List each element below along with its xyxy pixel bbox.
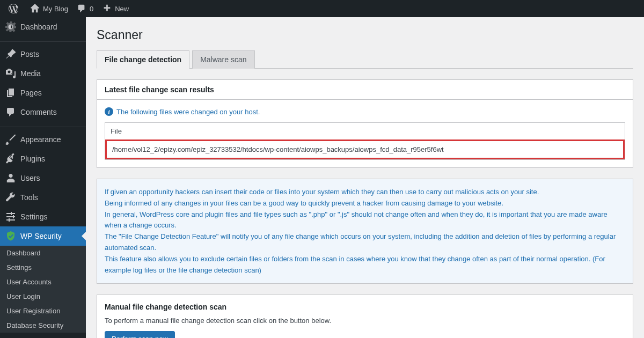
new-content-link[interactable]: New — [98, 0, 133, 17]
submenu-database-security[interactable]: Database Security — [0, 318, 86, 333]
user-icon — [5, 173, 16, 183]
comment-icon — [77, 4, 86, 13]
shield-icon — [5, 231, 16, 241]
wordpress-icon — [9, 4, 18, 13]
media-icon — [5, 68, 16, 79]
scan-results-body: i The following files were changed on yo… — [97, 100, 633, 167]
plug-icon — [5, 153, 16, 164]
info-line-5: This feature also allows you to exclude … — [105, 254, 625, 276]
sidebar-separator — [0, 39, 86, 42]
sidebar-item-wp-security[interactable]: WP Security — [0, 226, 86, 246]
sidebar-item-dashboard[interactable]: Dashboard — [0, 17, 86, 36]
sidebar-separator — [0, 124, 86, 127]
sidebar-label: Dashboard — [20, 23, 57, 31]
sidebar-item-tools[interactable]: Tools — [0, 188, 86, 207]
admin-sidebar: Dashboard Posts Media Pages Comments — [0, 17, 86, 338]
tab-malware-scan[interactable]: Malware scan — [192, 50, 254, 69]
sidebar-item-settings[interactable]: Settings — [0, 207, 86, 226]
page-icon — [5, 87, 16, 98]
info-line-1: If given an opportunity hackers can inse… — [105, 187, 625, 198]
wp-logo[interactable] — [4, 0, 26, 17]
sidebar-menu: Dashboard Posts Media Pages Comments — [0, 17, 86, 333]
comments-count-text: 0 — [90, 5, 93, 13]
info-line-3: In general, WordPress core and plugin fi… — [105, 209, 625, 232]
sidebar-label: Pages — [20, 89, 42, 97]
sidebar-label: Tools — [20, 193, 38, 202]
comments-link[interactable]: 0 — [72, 0, 98, 17]
sidebar-item-plugins[interactable]: Plugins — [0, 149, 86, 168]
file-table: File /home/vol12_2/epizy.com/epiz_327335… — [105, 122, 625, 160]
sidebar-label: Appearance — [20, 135, 61, 144]
sidebar-label: Plugins — [20, 155, 45, 163]
submenu-settings[interactable]: Settings — [0, 260, 86, 275]
sidebar-item-posts[interactable]: Posts — [0, 45, 86, 64]
wrench-icon — [5, 192, 16, 203]
scan-results-header: Latest file change scan results — [97, 80, 633, 100]
info-icon: i — [105, 107, 113, 116]
info-line-4: The "File Change Detection Feature" will… — [105, 231, 625, 254]
pin-icon — [5, 49, 16, 60]
sidebar-label: Users — [20, 174, 40, 182]
manual-scan-heading: Manual file change detection scan — [105, 303, 625, 311]
tab-file-change-detection[interactable]: File change detection — [97, 50, 189, 69]
sidebar-item-appearance[interactable]: Appearance — [0, 130, 86, 149]
sidebar-label: WP Security — [20, 232, 62, 240]
sidebar-item-comments[interactable]: Comments — [0, 102, 86, 122]
site-name-link[interactable]: My Blog — [26, 0, 72, 17]
info-line-2: Being informed of any changes in your fi… — [105, 198, 625, 209]
sidebar-item-users[interactable]: Users — [0, 168, 86, 188]
submenu-dashboard[interactable]: Dashboard — [0, 246, 86, 260]
manual-scan-text: To perform a manual file change detectio… — [105, 317, 625, 325]
sliders-icon — [5, 211, 16, 222]
file-table-header: File — [105, 123, 625, 139]
comments-icon — [5, 107, 16, 117]
new-content-text: New — [115, 5, 129, 13]
sidebar-item-media[interactable]: Media — [0, 64, 86, 83]
tab-nav: File change detection Malware scan — [97, 50, 633, 69]
submenu-user-login[interactable]: User Login — [0, 289, 86, 304]
notice-text: The following files were changed on your… — [116, 108, 260, 116]
file-table-row: /home/vol12_2/epizy.com/epiz_32733532/ht… — [105, 139, 625, 159]
manual-scan-box: Manual file change detection scan To per… — [97, 295, 633, 338]
plus-icon — [102, 4, 112, 13]
main-content: Scanner File change detection Malware sc… — [86, 17, 644, 338]
perform-scan-button[interactable]: Perform scan now — [105, 331, 175, 338]
sidebar-label: Media — [20, 69, 41, 78]
scan-results-title: Latest file change scan results — [105, 85, 625, 94]
wp-security-submenu: Dashboard Settings User Accounts User Lo… — [0, 246, 86, 333]
submenu-user-registration[interactable]: User Registration — [0, 304, 86, 318]
changed-files-notice: i The following files were changed on yo… — [105, 107, 625, 116]
site-name-text: My Blog — [43, 5, 68, 13]
feature-info-panel: If given an opportunity hackers can inse… — [97, 179, 633, 284]
dashboard-icon — [5, 21, 16, 32]
admin-bar: My Blog 0 New — [0, 0, 644, 17]
brush-icon — [5, 134, 16, 145]
sidebar-label: Settings — [20, 212, 48, 221]
home-icon — [30, 4, 40, 13]
scan-results-box: Latest file change scan results i The fo… — [97, 79, 633, 168]
sidebar-label: Posts — [20, 50, 39, 58]
sidebar-label: Comments — [20, 108, 57, 116]
main-layout: Dashboard Posts Media Pages Comments — [0, 17, 644, 338]
page-title: Scanner — [97, 17, 633, 50]
sidebar-item-pages[interactable]: Pages — [0, 83, 86, 102]
submenu-user-accounts[interactable]: User Accounts — [0, 275, 86, 289]
